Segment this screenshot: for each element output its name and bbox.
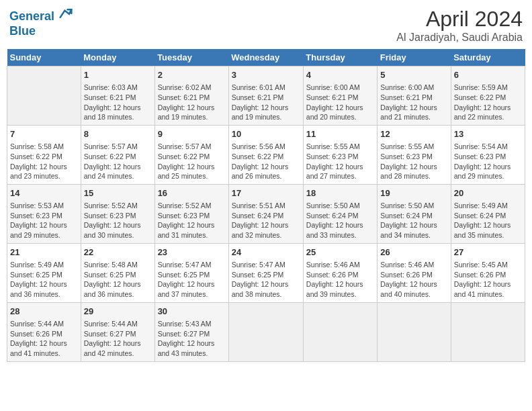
calendar-cell: 1Sunrise: 6:03 AM Sunset: 6:21 PM Daylig…	[81, 66, 154, 126]
header-saturday: Saturday	[451, 49, 525, 66]
calendar-cell	[303, 302, 377, 361]
day-number: 13	[454, 128, 522, 140]
logo-line2: Blue	[9, 24, 73, 38]
day-info: Sunrise: 5:52 AM Sunset: 6:23 PM Dayligh…	[158, 201, 226, 240]
logo: General Blue	[9, 7, 73, 38]
day-number: 14	[10, 187, 78, 199]
day-info: Sunrise: 5:58 AM Sunset: 6:22 PM Dayligh…	[10, 142, 78, 181]
header-tuesday: Tuesday	[154, 49, 228, 66]
calendar-week-1: 1Sunrise: 6:03 AM Sunset: 6:21 PM Daylig…	[7, 66, 525, 126]
calendar-week-2: 7Sunrise: 5:58 AM Sunset: 6:22 PM Daylig…	[7, 125, 525, 184]
day-info: Sunrise: 5:49 AM Sunset: 6:24 PM Dayligh…	[454, 201, 522, 240]
logo-icon	[59, 7, 73, 20]
calendar-cell: 12Sunrise: 5:55 AM Sunset: 6:23 PM Dayli…	[378, 125, 451, 184]
day-info: Sunrise: 5:56 AM Sunset: 6:22 PM Dayligh…	[232, 142, 300, 181]
day-number: 7	[10, 128, 78, 140]
day-info: Sunrise: 5:44 AM Sunset: 6:27 PM Dayligh…	[84, 319, 152, 359]
day-number: 17	[232, 187, 300, 199]
day-info: Sunrise: 5:48 AM Sunset: 6:25 PM Dayligh…	[84, 260, 152, 300]
day-number: 1	[84, 69, 152, 81]
day-info: Sunrise: 5:44 AM Sunset: 6:26 PM Dayligh…	[10, 319, 78, 359]
calendar-header-row: SundayMondayTuesdayWednesdayThursdayFrid…	[7, 49, 525, 66]
day-number: 19	[380, 187, 447, 199]
calendar-cell: 19Sunrise: 5:50 AM Sunset: 6:24 PM Dayli…	[378, 184, 451, 243]
day-info: Sunrise: 5:50 AM Sunset: 6:24 PM Dayligh…	[306, 201, 374, 240]
calendar-cell: 27Sunrise: 5:45 AM Sunset: 6:26 PM Dayli…	[451, 243, 525, 302]
day-info: Sunrise: 5:45 AM Sunset: 6:26 PM Dayligh…	[454, 260, 522, 300]
day-info: Sunrise: 5:53 AM Sunset: 6:23 PM Dayligh…	[10, 201, 78, 240]
page-header: General Blue April 2024 Al Jaradiyah, Sa…	[7, 7, 525, 44]
calendar-cell: 13Sunrise: 5:54 AM Sunset: 6:23 PM Dayli…	[451, 125, 525, 184]
calendar-table: SundayMondayTuesdayWednesdayThursdayFrid…	[7, 49, 525, 362]
day-info: Sunrise: 6:03 AM Sunset: 6:21 PM Dayligh…	[84, 83, 152, 122]
calendar-cell: 28Sunrise: 5:44 AM Sunset: 6:26 PM Dayli…	[7, 302, 81, 361]
day-number: 28	[10, 306, 78, 318]
day-number: 3	[232, 69, 300, 81]
calendar-cell: 8Sunrise: 5:57 AM Sunset: 6:22 PM Daylig…	[81, 125, 154, 184]
day-info: Sunrise: 6:02 AM Sunset: 6:21 PM Dayligh…	[158, 83, 226, 122]
day-info: Sunrise: 5:50 AM Sunset: 6:24 PM Dayligh…	[380, 201, 447, 240]
calendar-cell: 9Sunrise: 5:57 AM Sunset: 6:22 PM Daylig…	[154, 125, 228, 184]
calendar-week-5: 28Sunrise: 5:44 AM Sunset: 6:26 PM Dayli…	[7, 302, 525, 361]
day-number: 15	[84, 187, 152, 199]
day-info: Sunrise: 5:49 AM Sunset: 6:25 PM Dayligh…	[10, 260, 78, 300]
calendar-cell: 16Sunrise: 5:52 AM Sunset: 6:23 PM Dayli…	[154, 184, 228, 243]
day-number: 27	[454, 246, 522, 259]
day-number: 9	[158, 128, 226, 140]
day-info: Sunrise: 5:52 AM Sunset: 6:23 PM Dayligh…	[84, 201, 152, 240]
calendar-cell: 18Sunrise: 5:50 AM Sunset: 6:24 PM Dayli…	[303, 184, 377, 243]
calendar-cell: 10Sunrise: 5:56 AM Sunset: 6:22 PM Dayli…	[228, 125, 303, 184]
calendar-week-3: 14Sunrise: 5:53 AM Sunset: 6:23 PM Dayli…	[7, 184, 525, 243]
day-number: 22	[84, 246, 152, 259]
day-number: 30	[158, 306, 226, 318]
calendar-cell: 29Sunrise: 5:44 AM Sunset: 6:27 PM Dayli…	[81, 302, 154, 361]
calendar-cell: 20Sunrise: 5:49 AM Sunset: 6:24 PM Dayli…	[451, 184, 525, 243]
calendar-cell: 3Sunrise: 6:01 AM Sunset: 6:21 PM Daylig…	[228, 66, 303, 126]
day-info: Sunrise: 5:57 AM Sunset: 6:22 PM Dayligh…	[84, 142, 152, 181]
day-number: 26	[380, 246, 447, 259]
logo-text: General	[9, 7, 73, 24]
day-number: 5	[380, 69, 447, 81]
day-info: Sunrise: 5:51 AM Sunset: 6:24 PM Dayligh…	[232, 201, 300, 240]
day-info: Sunrise: 6:01 AM Sunset: 6:21 PM Dayligh…	[232, 83, 300, 122]
header-sunday: Sunday	[7, 49, 81, 66]
day-info: Sunrise: 5:43 AM Sunset: 6:27 PM Dayligh…	[158, 319, 226, 359]
day-number: 8	[84, 128, 152, 140]
main-title: April 2024	[396, 7, 523, 32]
day-info: Sunrise: 5:59 AM Sunset: 6:22 PM Dayligh…	[454, 83, 522, 122]
calendar-cell: 24Sunrise: 5:47 AM Sunset: 6:25 PM Dayli…	[228, 243, 303, 302]
calendar-cell: 22Sunrise: 5:48 AM Sunset: 6:25 PM Dayli…	[81, 243, 154, 302]
day-number: 29	[84, 306, 152, 318]
calendar-cell: 2Sunrise: 6:02 AM Sunset: 6:21 PM Daylig…	[154, 66, 228, 126]
header-monday: Monday	[81, 49, 154, 66]
day-number: 2	[158, 69, 226, 81]
calendar-cell: 21Sunrise: 5:49 AM Sunset: 6:25 PM Dayli…	[7, 243, 81, 302]
day-info: Sunrise: 5:55 AM Sunset: 6:23 PM Dayligh…	[306, 142, 374, 181]
calendar-cell: 6Sunrise: 5:59 AM Sunset: 6:22 PM Daylig…	[451, 66, 525, 126]
day-info: Sunrise: 5:55 AM Sunset: 6:23 PM Dayligh…	[380, 142, 447, 181]
calendar-cell	[451, 302, 525, 361]
day-info: Sunrise: 6:00 AM Sunset: 6:21 PM Dayligh…	[380, 83, 447, 122]
day-number: 6	[454, 69, 522, 81]
title-block: April 2024 Al Jaradiyah, Saudi Arabia	[396, 7, 523, 44]
calendar-cell	[378, 302, 451, 361]
day-info: Sunrise: 5:57 AM Sunset: 6:22 PM Dayligh…	[158, 142, 226, 181]
day-number: 11	[306, 128, 374, 140]
calendar-cell: 15Sunrise: 5:52 AM Sunset: 6:23 PM Dayli…	[81, 184, 154, 243]
calendar-cell	[228, 302, 303, 361]
day-info: Sunrise: 5:47 AM Sunset: 6:25 PM Dayligh…	[158, 260, 226, 300]
calendar-cell: 11Sunrise: 5:55 AM Sunset: 6:23 PM Dayli…	[303, 125, 377, 184]
day-number: 10	[232, 128, 300, 140]
day-info: Sunrise: 5:47 AM Sunset: 6:25 PM Dayligh…	[232, 260, 300, 300]
day-number: 12	[380, 128, 447, 140]
day-number: 25	[306, 246, 374, 259]
day-number: 24	[232, 246, 300, 259]
header-thursday: Thursday	[303, 49, 377, 66]
calendar-cell: 30Sunrise: 5:43 AM Sunset: 6:27 PM Dayli…	[154, 302, 228, 361]
calendar-cell: 26Sunrise: 5:46 AM Sunset: 6:26 PM Dayli…	[378, 243, 451, 302]
calendar-cell	[7, 66, 81, 126]
day-number: 21	[10, 246, 78, 259]
calendar-cell: 23Sunrise: 5:47 AM Sunset: 6:25 PM Dayli…	[154, 243, 228, 302]
sub-title: Al Jaradiyah, Saudi Arabia	[396, 32, 523, 44]
calendar-cell: 25Sunrise: 5:46 AM Sunset: 6:26 PM Dayli…	[303, 243, 377, 302]
